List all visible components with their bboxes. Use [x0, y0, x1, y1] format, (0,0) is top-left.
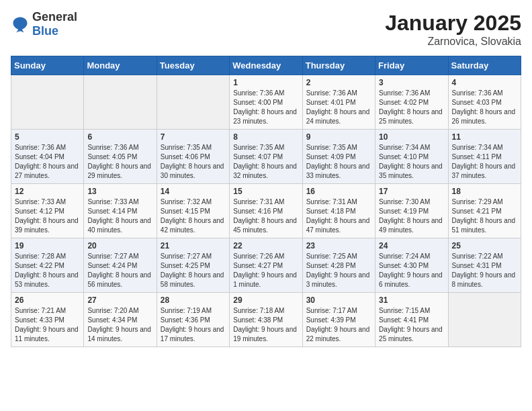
sunrise-text: Sunrise: 7:36 AM — [87, 144, 138, 151]
weekday-thursday: Thursday — [302, 56, 375, 75]
daylight-text: Daylight: 8 hours and 56 minutes. — [87, 271, 151, 288]
sunset-text: Sunset: 4:36 PM — [161, 316, 210, 324]
sunset-text: Sunset: 4:22 PM — [15, 262, 64, 269]
cell-content: Sunrise: 7:27 AMSunset: 4:24 PMDaylight:… — [87, 252, 152, 289]
calendar-cell: 13Sunrise: 7:33 AMSunset: 4:14 PMDayligh… — [84, 184, 157, 238]
daylight-text: Daylight: 8 hours and 49 minutes. — [379, 217, 443, 234]
cell-content: Sunrise: 7:29 AMSunset: 4:21 PMDaylight:… — [452, 197, 517, 235]
sunrise-text: Sunrise: 7:35 AM — [161, 144, 212, 151]
day-number: 5 — [15, 132, 80, 142]
sunset-text: Sunset: 4:12 PM — [15, 208, 64, 215]
calendar-cell: 21Sunrise: 7:27 AMSunset: 4:25 PMDayligh… — [157, 238, 229, 293]
cell-content: Sunrise: 7:36 AMSunset: 4:04 PMDaylight:… — [15, 143, 80, 181]
calendar-week-4: 19Sunrise: 7:28 AMSunset: 4:22 PMDayligh… — [11, 238, 521, 293]
daylight-text: Daylight: 8 hours and 51 minutes. — [452, 217, 516, 234]
daylight-text: Daylight: 8 hours and 32 minutes. — [233, 163, 297, 179]
cell-content: Sunrise: 7:18 AMSunset: 4:38 PMDaylight:… — [233, 306, 298, 344]
calendar-cell: 6Sunrise: 7:36 AMSunset: 4:05 PMDaylight… — [84, 130, 157, 184]
sunrise-text: Sunrise: 7:15 AM — [379, 307, 430, 314]
day-number: 9 — [306, 132, 371, 142]
daylight-text: Daylight: 8 hours and 58 minutes. — [161, 271, 224, 288]
calendar-cell: 12Sunrise: 7:33 AMSunset: 4:12 PMDayligh… — [11, 184, 84, 238]
cell-content: Sunrise: 7:27 AMSunset: 4:25 PMDaylight:… — [161, 252, 226, 289]
daylight-text: Daylight: 8 hours and 26 minutes. — [452, 108, 516, 125]
sunrise-text: Sunrise: 7:31 AM — [306, 198, 357, 205]
cell-content: Sunrise: 7:22 AMSunset: 4:31 PMDaylight:… — [452, 252, 517, 289]
logo-general: General — [32, 11, 77, 24]
calendar-cell: 28Sunrise: 7:19 AMSunset: 4:36 PMDayligh… — [157, 293, 229, 347]
sunset-text: Sunset: 4:25 PM — [161, 262, 210, 269]
sunset-text: Sunset: 4:30 PM — [379, 262, 429, 269]
sunrise-text: Sunrise: 7:18 AM — [233, 307, 284, 314]
cell-content: Sunrise: 7:36 AMSunset: 4:00 PMDaylight:… — [233, 89, 298, 126]
sunrise-text: Sunrise: 7:36 AM — [15, 144, 66, 151]
cell-content: Sunrise: 7:34 AMSunset: 4:11 PMDaylight:… — [452, 143, 517, 181]
day-number: 7 — [161, 132, 226, 142]
day-number: 31 — [379, 295, 444, 305]
daylight-text: Daylight: 8 hours and 23 minutes. — [233, 108, 297, 125]
sunrise-text: Sunrise: 7:21 AM — [15, 307, 66, 314]
cell-content: Sunrise: 7:24 AMSunset: 4:30 PMDaylight:… — [379, 252, 444, 289]
day-number: 18 — [452, 187, 517, 196]
calendar-cell: 3Sunrise: 7:36 AMSunset: 4:02 PMDaylight… — [375, 75, 448, 130]
sunrise-text: Sunrise: 7:31 AM — [233, 198, 284, 205]
sunrise-text: Sunrise: 7:34 AM — [379, 144, 430, 151]
sunset-text: Sunset: 4:05 PM — [87, 153, 137, 161]
sunrise-text: Sunrise: 7:30 AM — [379, 198, 430, 205]
sunset-text: Sunset: 4:41 PM — [379, 316, 429, 324]
daylight-text: Daylight: 8 hours and 40 minutes. — [87, 217, 151, 234]
day-number: 30 — [306, 295, 371, 305]
cell-content: Sunrise: 7:17 AMSunset: 4:39 PMDaylight:… — [306, 306, 371, 344]
sunset-text: Sunset: 4:03 PM — [452, 99, 502, 106]
logo-text-block: General Blue — [32, 11, 77, 38]
weekday-row: Sunday Monday Tuesday Wednesday Thursday… — [11, 56, 521, 75]
cell-content: Sunrise: 7:36 AMSunset: 4:05 PMDaylight:… — [87, 143, 152, 181]
day-number: 29 — [233, 295, 298, 305]
sunrise-text: Sunrise: 7:19 AM — [161, 307, 212, 314]
day-number: 24 — [379, 241, 444, 250]
page-title: January 2025 — [385, 11, 521, 36]
cell-content: Sunrise: 7:19 AMSunset: 4:36 PMDaylight:… — [161, 306, 226, 344]
weekday-wednesday: Wednesday — [230, 56, 302, 75]
sunset-text: Sunset: 4:01 PM — [306, 99, 356, 106]
calendar-cell: 14Sunrise: 7:32 AMSunset: 4:15 PMDayligh… — [157, 184, 229, 238]
sunrise-text: Sunrise: 7:36 AM — [306, 89, 357, 97]
calendar-cell: 2Sunrise: 7:36 AMSunset: 4:01 PMDaylight… — [302, 75, 375, 130]
daylight-text: Daylight: 9 hours and 17 minutes. — [161, 326, 224, 342]
calendar-cell: 8Sunrise: 7:35 AMSunset: 4:07 PMDaylight… — [230, 130, 302, 184]
calendar-cell: 18Sunrise: 7:29 AMSunset: 4:21 PMDayligh… — [448, 184, 521, 238]
sunrise-text: Sunrise: 7:36 AM — [452, 89, 503, 97]
calendar-week-5: 26Sunrise: 7:21 AMSunset: 4:33 PMDayligh… — [11, 293, 521, 347]
day-number: 8 — [233, 132, 298, 142]
sunrise-text: Sunrise: 7:36 AM — [379, 89, 430, 97]
daylight-text: Daylight: 8 hours and 30 minutes. — [161, 163, 224, 179]
calendar-cell: 24Sunrise: 7:24 AMSunset: 4:30 PMDayligh… — [375, 238, 448, 293]
sunrise-text: Sunrise: 7:22 AM — [452, 253, 503, 260]
daylight-text: Daylight: 9 hours and 14 minutes. — [87, 326, 151, 342]
daylight-text: Daylight: 9 hours and 3 minutes. — [306, 271, 370, 288]
sunrise-text: Sunrise: 7:29 AM — [452, 198, 503, 205]
calendar-cell — [11, 75, 84, 130]
calendar-cell: 15Sunrise: 7:31 AMSunset: 4:16 PMDayligh… — [230, 184, 302, 238]
calendar-week-1: 1Sunrise: 7:36 AMSunset: 4:00 PMDaylight… — [11, 75, 521, 130]
calendar-cell: 16Sunrise: 7:31 AMSunset: 4:18 PMDayligh… — [302, 184, 375, 238]
daylight-text: Daylight: 8 hours and 53 minutes. — [15, 271, 79, 288]
sunset-text: Sunset: 4:31 PM — [452, 262, 502, 269]
sunrise-text: Sunrise: 7:28 AM — [15, 253, 66, 260]
sunset-text: Sunset: 4:24 PM — [87, 262, 137, 269]
logo-icon — [11, 15, 30, 34]
cell-content: Sunrise: 7:15 AMSunset: 4:41 PMDaylight:… — [379, 306, 444, 344]
cell-content: Sunrise: 7:28 AMSunset: 4:22 PMDaylight:… — [15, 252, 80, 289]
day-number: 10 — [379, 132, 444, 142]
day-number: 23 — [306, 241, 371, 250]
daylight-text: Daylight: 8 hours and 47 minutes. — [306, 217, 370, 234]
cell-content: Sunrise: 7:26 AMSunset: 4:27 PMDaylight:… — [233, 252, 298, 289]
day-number: 3 — [379, 78, 444, 87]
cell-content: Sunrise: 7:20 AMSunset: 4:34 PMDaylight:… — [87, 306, 152, 344]
day-number: 1 — [233, 78, 298, 87]
daylight-text: Daylight: 9 hours and 11 minutes. — [15, 326, 79, 342]
day-number: 19 — [15, 241, 80, 250]
calendar-cell: 23Sunrise: 7:25 AMSunset: 4:28 PMDayligh… — [302, 238, 375, 293]
calendar-cell: 19Sunrise: 7:28 AMSunset: 4:22 PMDayligh… — [11, 238, 84, 293]
sunset-text: Sunset: 4:16 PM — [233, 208, 283, 215]
